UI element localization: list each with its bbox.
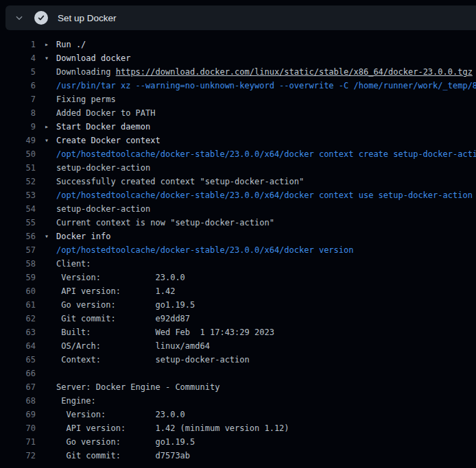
log-command-text: /opt/hostedtoolcache/docker-stable/23.0.… [56,243,353,257]
log-line: 50/opt/hostedtoolcache/docker-stable/23.… [0,147,476,161]
log-group-header[interactable]: ▸Run ./ [56,38,86,51]
line-number[interactable]: 72 [0,449,36,463]
line-number[interactable]: 69 [0,408,36,421]
log-text: Version: 23.0.0 [56,408,185,421]
log-line: 61 Go version: go1.19.5 [0,298,476,312]
log-line: 67Server: Docker Engine - Community [0,380,476,394]
step-title: Set up Docker [58,13,117,23]
log-text-segment: Version: 23.0.0 [56,410,185,419]
line-number[interactable]: 59 [0,271,36,284]
log-text-segment: setup-docker-action [56,163,150,173]
line-number[interactable]: 52 [0,175,36,188]
log-line: 71 Go version: go1.19.5 [0,435,476,449]
log-line: 6/usr/bin/tar xz --warning=no-unknown-ke… [0,79,476,93]
log-text: Built: Wed Feb 1 17:43:29 2023 [56,325,274,339]
log-text: Engine: [56,394,96,408]
log-line: 66 [0,367,476,380]
line-number[interactable]: 51 [0,161,36,175]
log-text: Context: setup-docker-action [56,353,250,367]
step-header[interactable]: Set up Docker [5,5,476,30]
line-number[interactable]: 9 [0,120,36,134]
log-command-text: /opt/hostedtoolcache/docker-stable/23.0.… [56,147,476,161]
log-line: 52Successfully created context "setup-do… [0,175,476,188]
log-text: setup-docker-action [56,202,150,216]
log-text: Current context is now "setup-docker-act… [56,216,274,230]
line-number[interactable]: 64 [0,339,36,353]
log-text-segment: Server: Docker Engine - Community [56,382,219,392]
line-number[interactable]: 71 [0,435,36,449]
log-line: 63 Built: Wed Feb 1 17:43:29 2023 [0,325,476,339]
log-text: Fixing perms [56,93,116,106]
log-text-segment: Version: 23.0.0 [56,273,185,282]
log-line: 60 API version: 1.42 [0,284,476,298]
line-number[interactable]: 54 [0,202,36,216]
log-text-segment: Successfully created context "setup-dock… [56,177,304,186]
log-text: setup-docker-action [56,161,150,175]
log-line: 53/opt/hostedtoolcache/docker-stable/23.… [0,188,476,202]
line-number[interactable]: 56 [0,230,36,243]
log-text-segment: Fixing perms [56,95,116,104]
log-command-text: /usr/bin/tar xz --warning=no-unknown-key… [56,79,476,93]
log-line: 49▾Create Docker context [0,134,476,147]
triangle-down-icon[interactable]: ▾ [45,134,49,147]
log-text-segment: Go version: go1.19.5 [56,437,195,447]
triangle-right-icon[interactable]: ▸ [45,38,49,51]
chevron-down-icon[interactable] [14,12,25,23]
line-number[interactable]: 68 [0,394,36,408]
line-number[interactable]: 7 [0,93,36,106]
log-text-segment: Current context is now "setup-docker-act… [56,218,274,227]
log-text-segment: Git commit: d7573ab [56,451,190,460]
line-number[interactable]: 53 [0,188,36,202]
log-group-header[interactable]: ▾Docker info [56,230,110,243]
log-text: Go version: go1.19.5 [56,435,195,449]
line-number[interactable]: 60 [0,284,36,298]
line-number[interactable]: 58 [0,257,36,271]
log-line: 65 Context: setup-docker-action [0,353,476,367]
line-number[interactable]: 63 [0,325,36,339]
line-number[interactable]: 66 [0,367,36,380]
line-number[interactable]: 62 [0,312,36,325]
line-number[interactable]: 55 [0,216,36,230]
line-number[interactable]: 6 [0,79,36,93]
log-group-header[interactable]: ▸Start Docker daemon [56,120,150,134]
log-text-segment: setup-docker-action [56,204,150,214]
log-text-segment: OS/Arch: linux/amd64 [56,341,210,351]
line-number[interactable]: 61 [0,298,36,312]
line-number[interactable]: 65 [0,353,36,367]
log-text: Downloading https://download.docker.com/… [56,65,473,79]
triangle-right-icon[interactable]: ▸ [45,120,49,134]
triangle-down-icon[interactable]: ▾ [45,230,49,243]
triangle-down-icon[interactable]: ▾ [45,51,49,65]
line-number[interactable]: 50 [0,147,36,161]
log-line: 7Fixing perms [0,93,476,106]
log-url-link[interactable]: https://download.docker.com/linux/static… [116,67,473,77]
line-number[interactable]: 5 [0,65,36,79]
line-number[interactable]: 67 [0,380,36,394]
group-title: Run ./ [56,40,86,49]
log-group-header[interactable]: ▾Download docker [56,51,130,65]
log-line: 51setup-docker-action [0,161,476,175]
line-number[interactable]: 57 [0,243,36,257]
log-line: 58Client: [0,257,476,271]
log-text: Go version: go1.19.5 [56,298,195,312]
line-number[interactable]: 8 [0,106,36,120]
log-text-segment: Downloading [56,67,116,77]
log-text-segment: API version: 1.42 [56,286,175,296]
log-line: 8Added Docker to PATH [0,106,476,120]
log-line: 62 Git commit: e92dd87 [0,312,476,325]
log-line: 9▸Start Docker daemon [0,120,476,134]
log-line: 57/opt/hostedtoolcache/docker-stable/23.… [0,243,476,257]
line-number[interactable]: 70 [0,421,36,435]
log-text-segment: API version: 1.42 (minimum version 1.12) [56,423,289,433]
command-text: /usr/bin/tar xz --warning=no-unknown-key… [56,81,476,90]
log-group-header[interactable]: ▾Create Docker context [56,134,160,147]
command-text: /opt/hostedtoolcache/docker-stable/23.0.… [56,190,473,200]
line-number[interactable]: 4 [0,51,36,65]
line-number[interactable]: 49 [0,134,36,147]
log-line: 64 OS/Arch: linux/amd64 [0,339,476,353]
log-text: Git commit: e92dd87 [56,312,190,325]
line-number[interactable]: 1 [0,38,36,51]
log-line: 5Downloading https://download.docker.com… [0,65,476,79]
log-text-segment: Engine: [56,396,96,406]
command-text: /opt/hostedtoolcache/docker-stable/23.0.… [56,245,353,255]
